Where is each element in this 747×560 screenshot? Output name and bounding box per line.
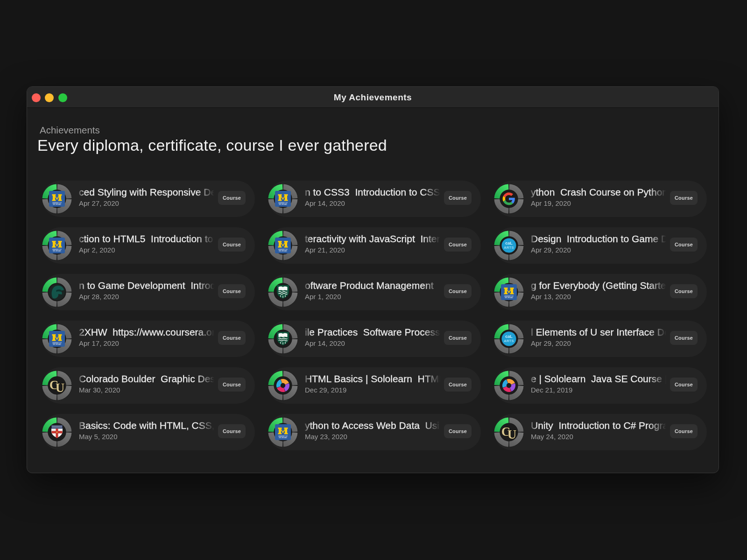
svg-text:MICHIGAN: MICHIGAN [279,437,288,439]
svg-text:MICHIGAN: MICHIGAN [279,203,288,205]
svg-text:U: U [507,427,517,441]
svg-text:MICHIGAN: MICHIGAN [279,250,288,252]
svg-text:ARTS: ARTS [504,339,514,343]
svg-text:MICHIGAN: MICHIGAN [53,203,62,205]
svg-text:caL: caL [505,334,513,339]
svg-text:MICHIGAN: MICHIGAN [53,250,62,252]
svg-text:U: U [56,381,65,395]
svg-text:caL: caL [505,241,513,245]
svg-text:ARTS: ARTS [504,245,514,250]
svg-text:MICHIGAN: MICHIGAN [53,343,62,345]
svg-text:MICHIGAN: MICHIGAN [505,297,514,299]
